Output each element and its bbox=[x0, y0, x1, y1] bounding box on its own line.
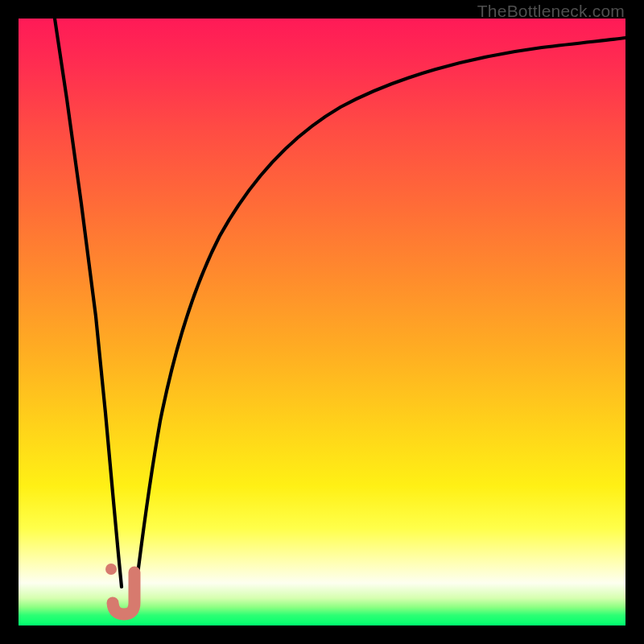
minimum-marker-J bbox=[113, 572, 134, 614]
plot-area bbox=[19, 19, 625, 625]
attribution-text: TheBottleneck.com bbox=[477, 2, 625, 21]
curve-right-branch bbox=[136, 38, 625, 587]
curve-left-branch bbox=[55, 19, 122, 587]
curve-layer bbox=[19, 19, 625, 625]
outer-frame: TheBottleneck.com bbox=[0, 0, 644, 644]
marker-dot bbox=[105, 564, 117, 575]
